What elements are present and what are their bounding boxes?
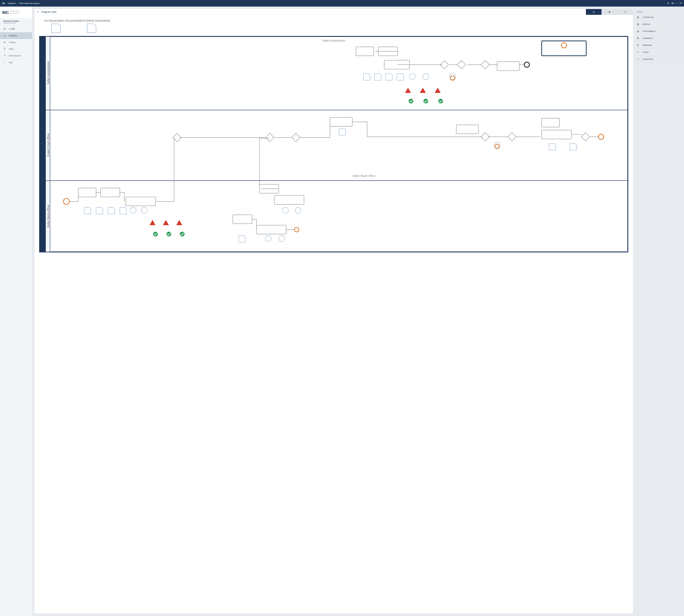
diagram-canvas[interactable]: Co-Association Documents End-Admin Docum…: [35, 15, 633, 614]
tab-document[interactable]: [601, 9, 617, 15]
language-swap-icon[interactable]: ⇄: [676, 2, 677, 4]
svg-rect-5: [5, 36, 5, 36]
option-versions[interactable]: VERSIONS: [635, 42, 683, 49]
svg-rect-15: [593, 12, 593, 13]
svg-text:Seller Back-office: Seller Back-office: [46, 205, 50, 228]
svg-point-54: [524, 62, 529, 67]
svg-rect-62: [292, 133, 300, 142]
nav-mybic[interactable]: my BIC: [1, 26, 31, 32]
workspace-header: Showcase Import Public workspace ⋮: [0, 18, 32, 26]
svg-point-48: [409, 99, 413, 104]
clipboard-icon: [3, 48, 6, 50]
nav-help[interactable]: ? Help: [1, 59, 31, 66]
topbar: Diagrams › Real estate loan payout EN ⇄ …: [0, 0, 684, 6]
paperclip-icon: [637, 30, 639, 32]
option-comments[interactable]: COMMENTS: [635, 35, 683, 42]
svg-rect-31: [40, 37, 46, 252]
svg-point-43: [409, 74, 415, 80]
list-icon: [624, 11, 626, 13]
svg-point-82: [282, 207, 288, 213]
more-vert-icon[interactable]: ⋮: [26, 21, 29, 24]
svg-rect-16: [594, 12, 594, 13]
svg-point-83: [295, 207, 301, 213]
svg-point-78: [130, 207, 136, 213]
svg-point-84: [153, 232, 158, 237]
card-header: Diagram view: [35, 9, 633, 15]
svg-rect-57: [456, 125, 479, 134]
svg-text:Seller Automation: Seller Automation: [46, 61, 50, 85]
nav: my BIC Diagrams Catalog Tasks: [0, 26, 32, 66]
option-attachments[interactable]: ATTACHMENTS: [635, 28, 683, 35]
svg-text:Seller Back-office: Seller Back-office: [352, 174, 375, 178]
chevron-right-icon: ›: [17, 2, 18, 4]
svg-rect-17: [594, 12, 595, 13]
language-en[interactable]: EN: [671, 2, 674, 4]
nav-label: Catalog: [9, 41, 15, 43]
svg-point-87: [294, 227, 299, 232]
svg-text:End-Admin Documents: End-Admin Documents: [80, 19, 110, 22]
svg-text:Expert front office: Expert front office: [46, 133, 50, 157]
svg-point-80: [266, 236, 271, 241]
svg-rect-4: [4, 36, 5, 36]
option-attributes[interactable]: ATTRIBUTES: [635, 14, 683, 21]
nav-catalog[interactable]: Catalog: [1, 39, 31, 46]
tab-list[interactable]: [617, 9, 633, 15]
nav-label: Help: [9, 61, 13, 64]
logo-sub2: DESIGN: [10, 12, 21, 14]
nav-label: Tasks: [9, 48, 14, 50]
svg-rect-13: [4, 48, 5, 48]
nav-diagrams[interactable]: Diagrams: [0, 32, 32, 39]
nav-label: Diagrams: [9, 35, 17, 37]
svg-point-81: [279, 236, 285, 241]
view-tabs: [586, 9, 633, 15]
option-label: VERSIONS: [642, 44, 652, 46]
svg-rect-30: [40, 37, 628, 252]
option-label: ATTACHMENTS: [642, 30, 656, 32]
filter-icon: [637, 51, 639, 53]
svg-rect-63: [481, 133, 489, 141]
option-profile[interactable]: PROFILE: [635, 21, 683, 28]
svg-point-44: [423, 74, 429, 80]
search-icon[interactable]: [667, 2, 669, 4]
logo-sub1: PROCESS: [10, 10, 21, 12]
tag-icon: [637, 16, 639, 19]
help-icon: ?: [3, 61, 6, 64]
svg-rect-77: [256, 225, 286, 234]
hierarchy-icon: [3, 35, 6, 37]
breadcrumb-root[interactable]: Diagrams: [8, 2, 16, 4]
diagram-svg: Co-Association Documents End-Admin Docum…: [37, 17, 631, 255]
hamburger-icon[interactable]: [2, 2, 5, 5]
nav-administration[interactable]: Administration: [1, 52, 31, 59]
nav-tasks[interactable]: Tasks: [1, 46, 31, 52]
document-icon: [608, 11, 611, 13]
option-label: COMMENTS: [642, 37, 653, 39]
svg-rect-65: [581, 133, 590, 141]
back-arrow-icon[interactable]: [37, 10, 39, 13]
svg-point-86: [180, 232, 185, 237]
topbar-right: EN ⇄ DE: [667, 2, 682, 4]
svg-rect-14: [594, 11, 594, 12]
list-icon: [3, 41, 6, 44]
svg-rect-3: [4, 36, 4, 36]
options-panel: Options ATTRIBUTES PROFILE ATTACHMENTS: [635, 6, 684, 616]
svg-rect-56: [330, 117, 352, 126]
tab-diagram[interactable]: [586, 9, 601, 15]
svg-text:Co-Association Documents: Co-Association Documents: [44, 19, 80, 22]
option-validation[interactable]: VALIDATION: [635, 56, 683, 63]
breadcrumb-current[interactable]: Real estate loan payout: [19, 2, 39, 4]
svg-line-1: [668, 4, 669, 4]
svg-point-85: [166, 232, 171, 237]
svg-rect-7: [4, 42, 5, 42]
svg-rect-76: [233, 215, 252, 224]
page-title: Diagram view: [42, 10, 56, 14]
svg-rect-59: [542, 130, 571, 139]
svg-rect-73: [126, 197, 155, 206]
check-icon: [637, 58, 639, 61]
svg-rect-58: [542, 118, 560, 127]
svg-rect-2: [4, 35, 5, 35]
svg-rect-72: [100, 188, 120, 197]
svg-rect-53: [481, 61, 489, 69]
diagram-card: Diagram view: [35, 9, 633, 614]
language-de[interactable]: DE: [680, 2, 682, 4]
option-filter[interactable]: FILTER: [635, 49, 683, 56]
